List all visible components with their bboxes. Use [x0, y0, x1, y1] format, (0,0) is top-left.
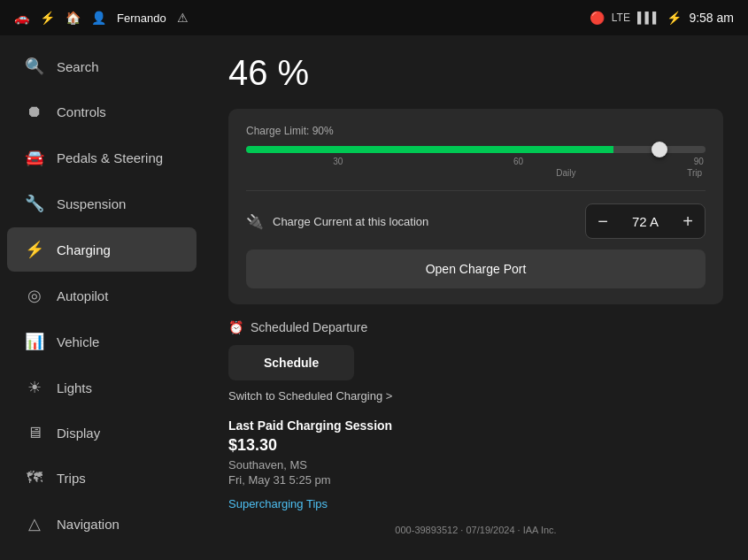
controls-icon: ⏺	[25, 103, 44, 121]
search-icon: 🔍	[25, 57, 44, 76]
current-control: − 72 A +	[585, 203, 706, 239]
sidebar-label-lights: Lights	[57, 380, 92, 395]
lightning-icon: ⚡	[40, 11, 55, 25]
clock-icon: ⏰	[228, 320, 243, 334]
daily-label: Daily	[556, 168, 575, 178]
decrease-current-button[interactable]: −	[586, 204, 620, 238]
lights-icon: ☀	[25, 378, 44, 397]
sidebar-item-lights[interactable]: ☀ Lights	[7, 365, 197, 410]
sidebar-item-charging[interactable]: ⚡ Charging	[7, 227, 197, 272]
sidebar-label-suspension: Suspension	[57, 196, 126, 211]
pedals-icon: 🚘	[25, 148, 44, 167]
sidebar-label-display: Display	[57, 426, 100, 441]
display-icon: 🖥	[25, 424, 44, 442]
supercharging-tips-link[interactable]: Supercharging Tips	[228, 497, 723, 510]
content-panel: 46 % Charge Limit: 90% 30 60 90	[204, 35, 748, 560]
battery-percentage: 46 %	[228, 53, 723, 93]
sidebar-item-trips[interactable]: 🗺 Trips	[7, 456, 197, 500]
divider	[246, 190, 706, 191]
schedule-section: Schedule	[228, 345, 723, 389]
scheduled-departure-label: Scheduled Departure	[251, 320, 367, 334]
sidebar-label-trips: Trips	[57, 471, 86, 486]
charge-current-info: 🔌 Charge Current at this location	[246, 213, 428, 230]
last-session-title: Last Paid Charging Session	[228, 418, 723, 433]
main-area: 🔍 Search ⏺ Controls 🚘 Pedals & Steering …	[0, 35, 748, 560]
sidebar-item-vehicle[interactable]: 📊 Vehicle	[7, 319, 197, 364]
charge-slider-container[interactable]: 30 60 90 Daily Trip	[246, 146, 706, 178]
vehicle-icon: 📊	[25, 332, 44, 351]
sidebar-label-vehicle: Vehicle	[57, 334, 99, 349]
last-session-date: Fri, May 31 5:25 pm	[228, 473, 723, 487]
charge-slider-thumb[interactable]	[652, 142, 667, 157]
charge-slider-fill	[246, 146, 613, 153]
signal-bars: ▌▌▌	[637, 12, 660, 24]
sidebar-label-charging: Charging	[57, 242, 111, 257]
sidebar: 🔍 Search ⏺ Controls 🚘 Pedals & Steering …	[0, 35, 204, 560]
sidebar-label-controls: Controls	[57, 104, 106, 119]
current-value-display: 72 A	[620, 214, 671, 229]
charge-current-row: 🔌 Charge Current at this location − 72 A…	[246, 203, 706, 239]
sidebar-label-navigation: Navigation	[57, 517, 120, 532]
slider-markers: 30 60 90	[246, 157, 706, 166]
time-display: 9:58 am	[689, 11, 734, 25]
navigation-icon: △	[25, 514, 44, 533]
charge-slider-track[interactable]	[246, 146, 706, 153]
car-icon: 🚗	[14, 11, 29, 25]
warning-icon: ⚠	[177, 11, 189, 25]
suspension-icon: 🔧	[25, 194, 44, 213]
sidebar-item-search[interactable]: 🔍 Search	[7, 44, 197, 88]
sidebar-label-autopilot: Autopilot	[57, 288, 108, 303]
scheduled-departure-header: ⏰ Scheduled Departure	[228, 320, 723, 334]
charge-card: Charge Limit: 90% 30 60 90 Daily Trip	[228, 109, 723, 304]
status-bar: 🚗 ⚡ 🏠 👤 Fernando ⚠ 🔴 LTE ▌▌▌ ⚡ 9:58 am	[0, 0, 748, 35]
status-bar-left: 🚗 ⚡ 🏠 👤 Fernando ⚠	[14, 11, 189, 25]
charging-icon: ⚡	[25, 240, 44, 259]
home-icon: 🏠	[66, 11, 81, 25]
sidebar-item-pedals[interactable]: 🚘 Pedals & Steering	[7, 135, 197, 180]
bluetooth-icon: ⚡	[667, 11, 682, 25]
increase-current-button[interactable]: +	[671, 204, 705, 238]
sidebar-item-display[interactable]: 🖥 Display	[7, 411, 197, 455]
sidebar-item-autopilot[interactable]: ◎ Autopilot	[7, 273, 197, 318]
slider-daily-trip-labels: Daily Trip	[246, 168, 706, 178]
schedule-button[interactable]: Schedule	[228, 345, 354, 380]
charge-limit-label: Charge Limit: 90%	[246, 125, 706, 137]
user-icon: 👤	[91, 11, 106, 25]
last-session-location: Southaven, MS	[228, 458, 723, 472]
sidebar-item-safety[interactable]: ℹ Safety	[7, 548, 197, 560]
sidebar-item-suspension[interactable]: 🔧 Suspension	[7, 181, 197, 226]
user-name: Fernando	[117, 12, 166, 25]
sidebar-label-search: Search	[57, 59, 99, 74]
charge-current-label: Charge Current at this location	[273, 215, 428, 228]
sidebar-item-navigation[interactable]: △ Navigation	[7, 502, 197, 546]
charge-plug-icon: 🔌	[246, 213, 264, 230]
trips-icon: 🗺	[25, 469, 44, 487]
sidebar-item-controls[interactable]: ⏺ Controls	[7, 90, 197, 134]
open-charge-port-button[interactable]: Open Charge Port	[246, 249, 706, 288]
sidebar-label-pedals: Pedals & Steering	[57, 150, 163, 165]
trip-label: Trip	[687, 168, 702, 178]
autopilot-icon: ◎	[25, 286, 44, 305]
footer-text: 000-39893512 · 07/19/2024 · IAA Inc.	[228, 525, 723, 535]
switch-charging-link[interactable]: Switch to Scheduled Charging >	[228, 389, 723, 403]
status-bar-right: 🔴 LTE ▌▌▌ ⚡ 9:58 am	[590, 11, 734, 25]
record-icon: 🔴	[590, 11, 605, 25]
lte-label: LTE	[612, 12, 630, 24]
last-session-amount: $13.30	[228, 436, 723, 455]
